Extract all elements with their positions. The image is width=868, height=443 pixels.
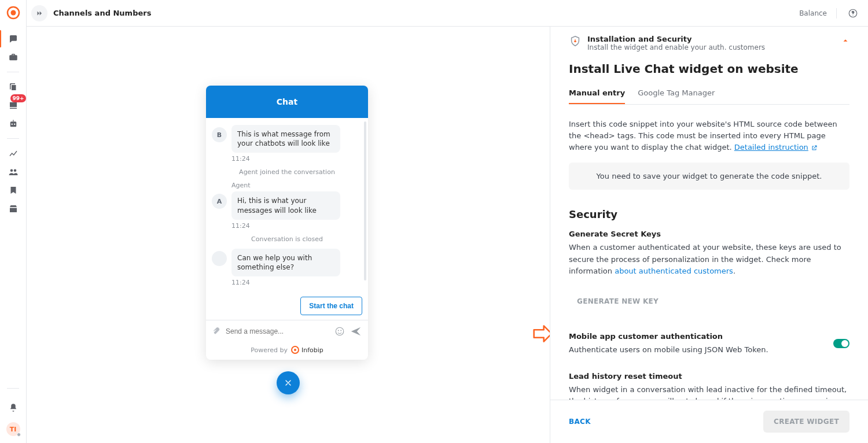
jwt-desc: Authenticate users on mobile using JSON … bbox=[569, 344, 768, 356]
chevron-up-icon bbox=[841, 36, 849, 45]
section-subtitle: Install the widget and enable your auth.… bbox=[587, 43, 765, 51]
chat-composer bbox=[206, 320, 368, 342]
install-tabs: Manual entry Google Tag Manager bbox=[569, 83, 849, 105]
toggle-knob-icon bbox=[841, 340, 848, 347]
send-icon[interactable] bbox=[350, 325, 362, 338]
auth-customers-link[interactable]: about authenticated customers bbox=[615, 267, 733, 275]
svg-point-8 bbox=[336, 327, 344, 335]
keys-title: Generate Secret Keys bbox=[569, 230, 849, 238]
expand-sidebar-button[interactable] bbox=[31, 5, 47, 21]
sidebar-item-notifications[interactable] bbox=[3, 399, 24, 416]
section-title: Installation and Security bbox=[587, 35, 765, 43]
svg-point-4 bbox=[14, 124, 15, 125]
sidebar-item-apps[interactable] bbox=[3, 49, 24, 66]
close-icon bbox=[284, 378, 293, 387]
attachment-icon[interactable] bbox=[212, 327, 220, 335]
main: Chat B This is what message from your ch… bbox=[27, 27, 868, 443]
help-icon bbox=[848, 8, 858, 19]
chat-scroll[interactable]: B This is what message from your chatbot… bbox=[206, 118, 368, 291]
message-time: 11:24 bbox=[231, 155, 362, 163]
sidebar-item-people[interactable] bbox=[3, 163, 24, 180]
svg-point-1 bbox=[10, 10, 16, 16]
bell-icon bbox=[8, 403, 19, 413]
message-time: 11:24 bbox=[231, 279, 362, 286]
message-input[interactable] bbox=[225, 327, 330, 336]
chat-header-title: Chat bbox=[206, 86, 368, 118]
store-icon bbox=[8, 204, 19, 214]
jwt-toggle[interactable] bbox=[833, 339, 849, 348]
shield-icon bbox=[569, 35, 582, 47]
sidebar-item-inbox[interactable]: 99+ bbox=[3, 97, 24, 114]
message-bubble: Can we help you with something else? bbox=[231, 249, 340, 276]
briefcase-icon bbox=[8, 52, 19, 62]
tab-gtm[interactable]: Google Tag Manager bbox=[638, 83, 715, 104]
save-note: You need to save your widget to generate… bbox=[569, 163, 849, 190]
chat-message-help: Can we help you with something else? bbox=[212, 249, 362, 276]
chevron-double-right-icon bbox=[35, 9, 43, 17]
divider-icon bbox=[7, 388, 20, 389]
powered-by-label: Powered by bbox=[251, 346, 288, 354]
presence-dot-icon bbox=[17, 433, 21, 437]
svg-point-6 bbox=[13, 169, 16, 172]
bookmark-icon bbox=[8, 185, 19, 195]
sidebar-item-bot[interactable] bbox=[3, 115, 24, 132]
section-header: Installation and Security Install the wi… bbox=[569, 35, 849, 51]
divider-icon bbox=[836, 8, 837, 19]
people-icon bbox=[8, 167, 19, 177]
sidebar-item-analytics[interactable] bbox=[3, 145, 24, 162]
sidebar-item-copy[interactable] bbox=[3, 78, 24, 95]
divider-icon bbox=[7, 138, 20, 139]
tab-manual-entry[interactable]: Manual entry bbox=[569, 83, 625, 104]
create-widget-button: CREATE WIDGET bbox=[763, 411, 849, 433]
message-bubble: This is what message from your chatbots … bbox=[231, 125, 340, 153]
balance-label[interactable]: Balance bbox=[799, 9, 827, 17]
section-collapse-button[interactable] bbox=[841, 36, 849, 47]
user-avatar[interactable]: TI bbox=[6, 422, 20, 436]
annotation-arrow-icon bbox=[533, 324, 550, 344]
avatar-initials: TI bbox=[10, 426, 17, 433]
svg-point-9 bbox=[338, 330, 339, 331]
config-panel: Installation and Security Install the wi… bbox=[550, 27, 868, 443]
lead-desc: When widget in a conversation with lead … bbox=[569, 384, 849, 400]
avatar: B bbox=[212, 127, 227, 142]
copy-icon bbox=[8, 82, 19, 92]
chat-message-bot: B This is what message from your chatbot… bbox=[212, 125, 362, 153]
message-bubble: Hi, this is what your messages will look… bbox=[231, 191, 340, 219]
avatar bbox=[212, 251, 227, 266]
brand-logo[interactable] bbox=[5, 5, 21, 21]
sender-label: Agent bbox=[231, 182, 362, 189]
powered-by: Powered by Infobip bbox=[206, 342, 368, 360]
back-button[interactable]: BACK bbox=[569, 418, 591, 426]
sidebar-item-bookmark[interactable] bbox=[3, 182, 24, 199]
svg-point-3 bbox=[11, 124, 12, 125]
chat-close-fab[interactable] bbox=[277, 371, 300, 394]
security-title: Security bbox=[569, 208, 849, 220]
message-time: 11:24 bbox=[231, 222, 362, 230]
bot-icon bbox=[8, 119, 19, 129]
generate-key-button: GENERATE NEW KEY bbox=[569, 291, 667, 311]
start-chat-button[interactable]: Start the chat bbox=[300, 297, 362, 315]
help-button[interactable] bbox=[846, 6, 860, 20]
lead-title: Lead history reset timeout bbox=[569, 372, 849, 381]
left-sidebar: 99+ TI bbox=[0, 0, 27, 443]
analytics-icon bbox=[8, 148, 19, 158]
page-title: Channels and Numbers bbox=[53, 9, 151, 17]
jwt-row: Mobile app customer authentication Authe… bbox=[569, 332, 849, 356]
jwt-title: Mobile app customer authentication bbox=[569, 332, 768, 341]
brand-badge: Infobip bbox=[291, 346, 323, 354]
chat-message-agent: A Hi, this is what your messages will lo… bbox=[212, 191, 362, 219]
panel-footer: BACK CREATE WIDGET bbox=[550, 400, 868, 443]
sidebar-item-store[interactable] bbox=[3, 200, 24, 217]
system-message: Agent joined the conversation bbox=[212, 168, 362, 176]
external-link-icon bbox=[811, 145, 818, 152]
logo-wrap bbox=[5, 0, 21, 21]
svg-point-5 bbox=[10, 169, 13, 172]
keys-desc: When a customer authenticated at your we… bbox=[569, 242, 849, 276]
sidebar-item-channels[interactable] bbox=[3, 30, 24, 47]
chat-icon bbox=[8, 34, 19, 44]
code-intro: Insert this code snippet into your websi… bbox=[569, 119, 849, 153]
emoji-icon[interactable] bbox=[334, 326, 345, 337]
install-title: Install Live Chat widget on website bbox=[569, 62, 849, 76]
brand-dot-icon bbox=[291, 346, 299, 354]
detailed-instruction-link[interactable]: Detailed instruction bbox=[734, 143, 818, 152]
